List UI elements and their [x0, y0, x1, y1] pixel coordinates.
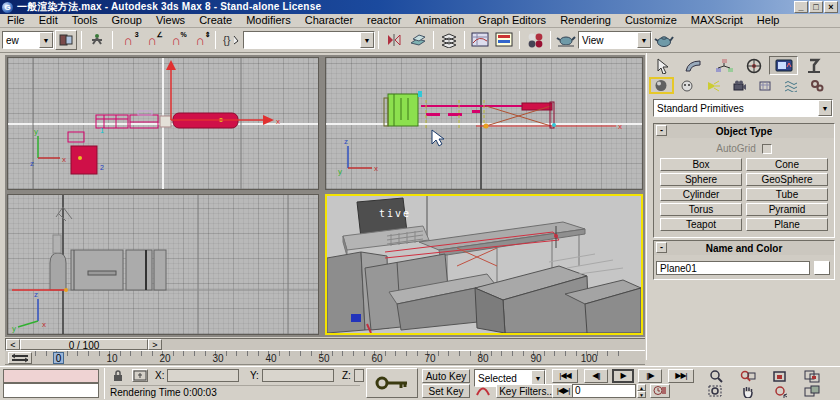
torus-button[interactable]: Torus — [660, 203, 742, 216]
cylinder-button[interactable]: Cylinder — [660, 188, 742, 201]
z-coordinate-field[interactable] — [354, 369, 364, 382]
menu-file[interactable]: File — [0, 14, 32, 27]
object-name-input[interactable]: Plane01 — [656, 261, 810, 275]
render-scene-icon[interactable] — [555, 30, 577, 50]
tab-create[interactable] — [649, 56, 678, 75]
track-bar[interactable]: 0 10 20 30 40 50 60 70 80 90 100 — [5, 351, 645, 365]
subtab-helpers[interactable] — [753, 77, 778, 94]
maximize-button[interactable]: □ — [809, 1, 823, 13]
tube-button[interactable]: Tube — [746, 188, 828, 201]
set-key-button[interactable]: Set Key — [422, 384, 470, 398]
set-keys-button[interactable] — [366, 368, 418, 398]
x-coordinate-field[interactable] — [167, 369, 239, 382]
curve-editor-icon[interactable] — [469, 30, 491, 50]
use-center-icon[interactable] — [55, 30, 77, 50]
play-button[interactable]: ▶ — [612, 369, 634, 383]
zoom-extents-all-button[interactable] — [802, 369, 822, 383]
zoom-extents-button[interactable] — [770, 369, 790, 383]
tab-motion[interactable] — [739, 56, 768, 75]
menu-edit[interactable]: Edit — [32, 14, 65, 27]
subtab-geometry[interactable] — [649, 77, 674, 94]
menu-help[interactable]: Help — [750, 14, 787, 27]
chevron-down-icon[interactable]: ▼ — [360, 32, 374, 48]
frame-spinner-up[interactable]: ▲ — [637, 384, 646, 391]
cone-button[interactable]: Cone — [746, 158, 828, 171]
time-configuration-button[interactable] — [650, 384, 670, 398]
named-selection-dropdown[interactable]: ▼ — [243, 31, 375, 49]
subtab-lights[interactable] — [701, 77, 726, 94]
align-icon[interactable] — [407, 30, 429, 50]
menu-modifiers[interactable]: Modifiers — [239, 14, 298, 27]
chevron-down-icon[interactable]: ▼ — [818, 100, 832, 116]
chevron-down-icon[interactable]: ▼ — [637, 32, 651, 48]
menu-maxscript[interactable]: MAXScript — [684, 14, 750, 27]
menu-create[interactable]: Create — [192, 14, 239, 27]
percent-snap-icon[interactable]: ∩% — [165, 30, 187, 50]
close-button[interactable]: × — [824, 1, 838, 13]
min-max-toggle-button[interactable] — [802, 384, 822, 398]
tab-hierarchy[interactable] — [709, 56, 738, 75]
viewport-front[interactable]: x z x y — [325, 57, 643, 190]
angle-snap-icon[interactable]: ∩∠ — [141, 30, 163, 50]
arc-rotate-button[interactable] — [770, 384, 790, 398]
time-slider[interactable]: < 0 / 100 > — [5, 338, 645, 351]
subtab-cameras[interactable] — [727, 77, 752, 94]
subtab-shapes[interactable] — [675, 77, 700, 94]
chevron-down-icon[interactable]: ▼ — [39, 32, 53, 48]
object-color-swatch[interactable] — [814, 261, 830, 275]
absolute-mode-toggle[interactable] — [132, 369, 148, 382]
current-frame-marker[interactable]: 0 — [53, 352, 64, 364]
next-frame-arrow[interactable]: > — [148, 339, 162, 350]
menu-rendering[interactable]: Rendering — [553, 14, 618, 27]
collapse-icon[interactable]: - — [656, 242, 667, 253]
auto-key-button[interactable]: Auto Key — [422, 369, 470, 383]
viewport-top[interactable]: x 1 2 y x z — [7, 57, 319, 190]
collapse-icon[interactable]: - — [656, 125, 667, 136]
reference-coordinate-dropdown[interactable]: ew ▼ — [2, 31, 54, 49]
mini-curve-editor-button[interactable] — [8, 352, 32, 364]
geosphere-button[interactable]: GeoSphere — [746, 173, 828, 186]
menu-tools[interactable]: Tools — [65, 14, 105, 27]
menu-graph-editors[interactable]: Graph Editors — [471, 14, 553, 27]
viewport-left[interactable]: z y x — [7, 194, 319, 335]
menu-views[interactable]: Views — [149, 14, 192, 27]
tab-modify[interactable] — [679, 56, 708, 75]
tab-utilities[interactable] — [799, 56, 828, 75]
next-frame-button[interactable]: ||▶ — [638, 369, 662, 383]
layer-manager-icon[interactable] — [438, 30, 460, 50]
go-to-end-button[interactable]: ▶▶| — [668, 369, 694, 383]
autogrid-checkbox[interactable] — [762, 144, 772, 154]
pyramid-button[interactable]: Pyramid — [746, 203, 828, 216]
render-type-dropdown[interactable]: View ▼ — [578, 31, 652, 49]
primitive-category-dropdown[interactable]: Standard Primitives ▼ — [653, 99, 833, 117]
pan-button[interactable] — [738, 384, 758, 398]
maxscript-listener-line[interactable] — [3, 383, 99, 398]
box-button[interactable]: Box — [660, 158, 742, 171]
plane-button[interactable]: Plane — [746, 218, 828, 231]
current-frame-field[interactable]: 0 — [572, 384, 636, 398]
menu-character[interactable]: Character — [298, 14, 360, 27]
mirror-icon[interactable] — [383, 30, 405, 50]
name-color-header[interactable]: - Name and Color — [654, 241, 834, 255]
key-filters-button[interactable]: Key Filters... — [496, 384, 558, 398]
region-zoom-button[interactable] — [706, 384, 726, 398]
object-type-header[interactable]: - Object Type — [654, 124, 834, 138]
sphere-button[interactable]: Sphere — [660, 173, 742, 186]
zoom-all-button[interactable] — [738, 369, 758, 383]
maxscript-mini-listener[interactable] — [3, 369, 99, 383]
quick-render-icon[interactable] — [653, 30, 675, 50]
default-in-out-tangent-icon[interactable] — [474, 384, 492, 398]
viewport-label-perspective[interactable]: tive — [379, 208, 411, 219]
select-and-manipulate-icon[interactable] — [86, 30, 108, 50]
frame-spinner-down[interactable]: ▼ — [637, 391, 646, 398]
snap-toggle-3d-icon[interactable]: ∩3 — [117, 30, 139, 50]
menu-group[interactable]: Group — [104, 14, 149, 27]
title-bar[interactable]: G 一般渲染方法.max - Autodesk 3ds Max 8 - Stan… — [0, 0, 840, 14]
menu-animation[interactable]: Animation — [408, 14, 471, 27]
material-editor-icon[interactable] — [524, 30, 546, 50]
subtab-systems[interactable] — [805, 77, 830, 94]
time-slider-handle[interactable]: 0 / 100 — [20, 339, 148, 350]
subtab-spacewarps[interactable] — [779, 77, 804, 94]
edit-named-selection-sets-icon[interactable]: {} — [220, 30, 242, 50]
minimize-button[interactable]: _ — [794, 1, 808, 13]
